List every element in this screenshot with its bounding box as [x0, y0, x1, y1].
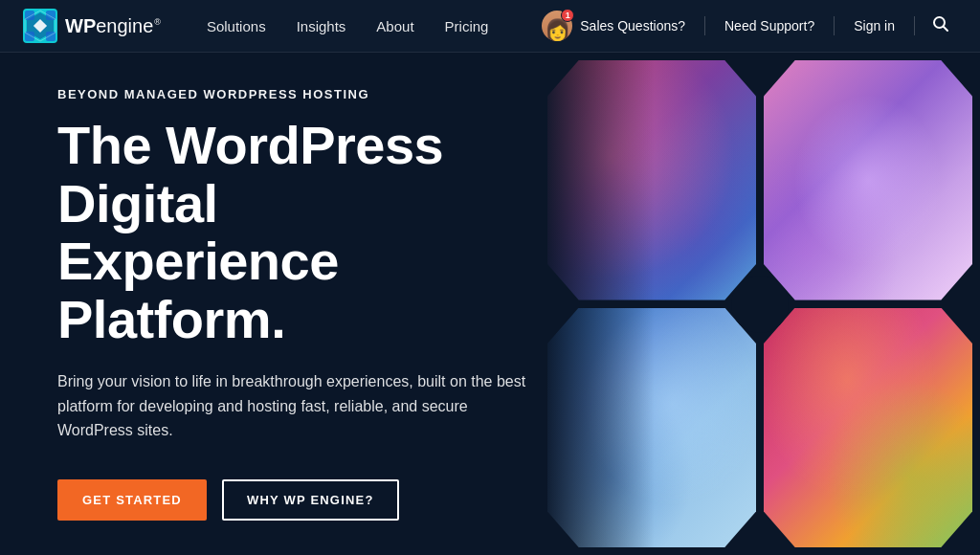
nav-divider-1 [704, 16, 705, 35]
get-started-button[interactable]: GET STARTED [57, 479, 207, 521]
logo-text: WPengine® [65, 15, 161, 37]
nav-right: 1 Sales Questions? Need Support? Sign in [532, 11, 957, 41]
hero-buttons: GET STARTED WHY WP ENGINE? [57, 479, 555, 521]
signin-link[interactable]: Sign in [844, 18, 904, 33]
avatar-wrap: 1 [542, 11, 572, 41]
need-support-link[interactable]: Need Support? [715, 18, 824, 33]
svg-line-9 [944, 27, 948, 32]
nav-pricing[interactable]: Pricing [430, 0, 504, 53]
nav-divider-2 [834, 16, 835, 35]
hero-content: BEYOND MANAGED WORDPRESS HOSTING The Wor… [0, 87, 555, 521]
hero-subtext: Bring your vision to life in breakthroug… [57, 369, 536, 443]
mosaic-cell-2 [764, 60, 972, 300]
nav-divider-3 [914, 16, 915, 35]
hero-eyebrow: BEYOND MANAGED WORDPRESS HOSTING [57, 87, 555, 101]
why-wpengine-button[interactable]: WHY WP ENGINE? [222, 479, 399, 521]
sales-label: Sales Questions? [580, 18, 685, 33]
hero-heading: The WordPress Digital Experience Platfor… [57, 117, 555, 348]
nav-about[interactable]: About [361, 0, 429, 53]
mosaic-cell-4 [764, 308, 972, 548]
search-icon[interactable] [924, 15, 957, 36]
hero-section: BEYOND MANAGED WORDPRESS HOSTING The Wor… [0, 53, 980, 555]
sales-questions-button[interactable]: 1 Sales Questions? [532, 11, 695, 41]
notification-badge: 1 [561, 9, 574, 22]
logo[interactable]: WPengine® [23, 9, 161, 43]
hero-image-mosaic [540, 53, 980, 555]
nav-insights[interactable]: Insights [281, 0, 362, 53]
nav-solutions[interactable]: Solutions [191, 0, 281, 53]
nav-links: Solutions Insights About Pricing [191, 0, 532, 53]
hero-image-fade [540, 53, 655, 555]
navbar: WPengine® Solutions Insights About Prici… [0, 0, 980, 53]
wpengine-logo-icon [23, 9, 57, 43]
